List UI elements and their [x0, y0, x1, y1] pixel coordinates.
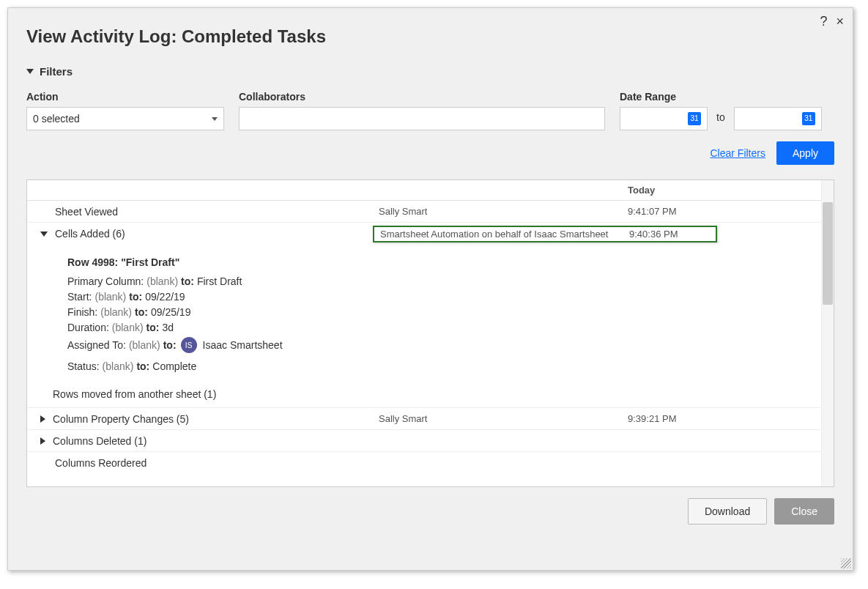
filters-label: Filters: [40, 65, 73, 78]
scrollbar-track[interactable]: [821, 180, 834, 486]
activity-log-panel: Today Sheet Viewed Sally Smart 9:41:07 P…: [26, 179, 834, 487]
caret-right-icon: [40, 415, 45, 423]
filters-toggle[interactable]: Filters: [26, 65, 834, 78]
action-label: Action: [26, 91, 224, 103]
detail-subline: Rows moved from another sheet (1): [53, 388, 826, 400]
download-button[interactable]: Download: [688, 498, 767, 525]
collaborators-filter-group: Collaborators: [239, 91, 605, 130]
log-action: Columns Reordered: [34, 457, 379, 469]
avatar-icon: IS: [181, 337, 197, 353]
filter-row: Action 0 selected Collaborators Date Ran…: [26, 91, 834, 130]
detail-change: Finish: (blank) to: 09/25/19: [67, 306, 826, 318]
dialog-footer: Download Close: [26, 498, 834, 525]
date-header: Today: [628, 185, 774, 196]
log-collab: Smartsheet Automation on behalf of Isaac…: [380, 229, 629, 240]
close-icon[interactable]: ×: [836, 14, 844, 29]
resize-handle[interactable]: [841, 558, 851, 568]
log-action: Cells Added (6): [55, 228, 125, 240]
caret-right-icon: [40, 437, 45, 445]
calendar-icon: 31: [802, 112, 815, 125]
log-row[interactable]: Sheet Viewed Sally Smart 9:41:07 PM: [27, 201, 834, 223]
help-icon[interactable]: ?: [820, 14, 827, 29]
filter-actions: Clear Filters Apply: [26, 141, 834, 165]
daterange-to-label: to: [713, 111, 728, 123]
caret-down-icon: [40, 231, 48, 237]
apply-button[interactable]: Apply: [776, 141, 834, 165]
calendar-icon: 31: [688, 112, 701, 125]
action-selected: 0 selected: [33, 113, 80, 125]
dialog-corner-controls: ? ×: [820, 14, 844, 29]
daterange-label: Date Range: [620, 91, 822, 103]
log-action: Sheet Viewed: [34, 206, 379, 218]
dropdown-caret-icon: [212, 117, 218, 121]
detail-title: Row 4998: "First Draft": [67, 256, 826, 268]
activity-log-dialog: ? × View Activity Log: Completed Tasks F…: [7, 7, 853, 571]
log-action: Column Property Changes (5): [53, 413, 189, 425]
log-collab: Sally Smart: [379, 206, 628, 217]
action-filter-group: Action 0 selected: [26, 91, 224, 130]
action-dropdown[interactable]: 0 selected: [26, 107, 224, 130]
log-details: Row 4998: "First Draft" Primary Column: …: [27, 245, 834, 408]
log-header: Today: [27, 180, 834, 201]
clear-filters-link[interactable]: Clear Filters: [711, 147, 765, 159]
log-row[interactable]: Columns Deleted (1): [27, 430, 834, 452]
log-row[interactable]: Columns Reordered: [27, 452, 834, 474]
date-to-input[interactable]: 31: [734, 107, 822, 130]
log-time: 9:41:07 PM: [628, 206, 774, 217]
detail-change: Assigned To: (blank) to: IS Isaac Smarts…: [67, 337, 826, 353]
date-from-input[interactable]: 31: [620, 107, 708, 130]
log-row[interactable]: Cells Added (6) Smartsheet Automation on…: [27, 223, 834, 245]
scrollbar-thumb[interactable]: [823, 202, 833, 305]
log-row[interactable]: Column Property Changes (5) Sally Smart …: [27, 408, 834, 430]
log-action: Columns Deleted (1): [53, 435, 146, 447]
detail-change: Start: (blank) to: 09/22/19: [67, 291, 826, 303]
daterange-filter-group: Date Range 31 to 31: [620, 91, 822, 130]
log-collab: Sally Smart: [379, 413, 628, 424]
log-time: 9:40:36 PM: [629, 229, 710, 240]
collaborators-input[interactable]: [239, 107, 605, 130]
detail-change: Primary Column: (blank) to: First Draft: [67, 275, 826, 287]
log-time: 9:39:21 PM: [628, 413, 774, 424]
caret-down-icon: [26, 69, 34, 74]
detail-change: Duration: (blank) to: 3d: [67, 322, 826, 333]
detail-change: Status: (blank) to: Complete: [67, 360, 826, 372]
dialog-title: View Activity Log: Completed Tasks: [26, 26, 834, 47]
collaborators-label: Collaborators: [239, 91, 605, 103]
close-button[interactable]: Close: [774, 498, 834, 525]
highlighted-annotation: Smartsheet Automation on behalf of Isaac…: [373, 226, 717, 242]
